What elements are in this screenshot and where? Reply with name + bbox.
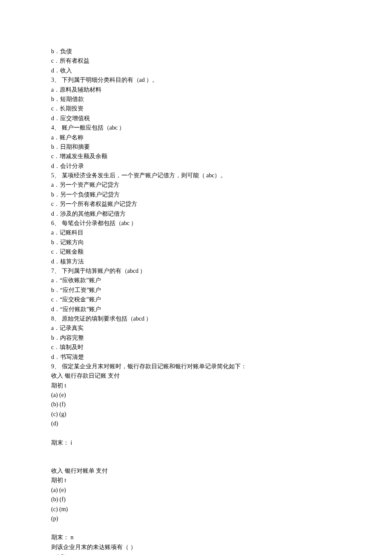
text-line: a．记账科目 — [51, 228, 341, 237]
text-line: d．“应付账款”账户 — [51, 305, 341, 314]
text-line: 9、 假定某企业月末对账时，银行存款日记账和银行对账单记录简化如下： — [51, 362, 341, 371]
text-line: 收入 银行存款日记账 支付 — [51, 371, 341, 381]
text-line: c．所有者权益 — [51, 56, 341, 66]
text-line: a．原料及辅助材料 — [51, 85, 341, 95]
text-line: 收入 银行对账单 支付 — [51, 466, 341, 476]
text-line: a．记录真实 — [51, 324, 341, 333]
text-line: 期末： n — [51, 533, 341, 542]
text-line: (d) — [51, 419, 341, 428]
text-line: d．会计分录 — [51, 162, 341, 171]
text-line: 期初 t — [51, 476, 341, 485]
text-line: (b) (f) — [51, 495, 341, 504]
text-line: a．“应收账款”账户 — [51, 276, 341, 285]
text-line: 7、 下列属于结算账户的有（abcd ） — [51, 266, 341, 276]
text-line: a．账户名称 — [51, 133, 341, 142]
document-content: b．负债c．所有者权益d．收入3、 下列属于明细分类科目的有（ad ）。a．原料… — [51, 47, 341, 555]
text-line: d．收入 — [51, 66, 341, 75]
text-line: d．涉及的其他账户都记借方 — [51, 209, 341, 219]
text-line: (p) — [51, 514, 341, 523]
text-line: b．日期和摘要 — [51, 142, 341, 152]
text-line: c．长期投资 — [51, 104, 341, 113]
text-line: b．短期借款 — [51, 95, 341, 104]
text-line: b．记账方向 — [51, 238, 341, 247]
text-line: 期初 t — [51, 381, 341, 390]
text-line: 3、 下列属于明细分类科目的有（ad ）。 — [51, 75, 341, 85]
text-line: a．另一个资产账户记贷方 — [51, 180, 341, 190]
text-line: b．另一个负债账户记贷方 — [51, 190, 341, 199]
text-line: 8、 原始凭证的填制要求包括（abcd ） — [51, 314, 341, 324]
text-line: d．核算方法 — [51, 257, 341, 266]
text-line — [51, 457, 341, 466]
text-line: a（d） — [51, 552, 341, 555]
text-line: c．记账金额 — [51, 247, 341, 257]
text-line: c．填制及时 — [51, 343, 341, 352]
text-line: 期末： i — [51, 438, 341, 448]
text-line: b．内容完整 — [51, 333, 341, 343]
text-line: d．应交增值税 — [51, 114, 341, 123]
text-line: (c) (g) — [51, 410, 341, 419]
text-line: (a) (e) — [51, 486, 341, 495]
text-line: b．“应付工资”账户 — [51, 286, 341, 295]
text-line — [51, 448, 341, 457]
text-line: c．另一个所有者权益账户记贷方 — [51, 199, 341, 209]
text-line: 则该企业月末的未达账项有（ ） — [51, 543, 341, 552]
text-line — [51, 523, 341, 533]
text-line: 5、 某项经济业务发生后，一个资产账户记借方，则可能（ abc）。 — [51, 171, 341, 180]
text-line — [51, 429, 341, 438]
text-line: 4、 账户一般应包括（abc ） — [51, 123, 341, 133]
text-line: b．负债 — [51, 47, 341, 56]
text-line: c．“应交税金”账户 — [51, 295, 341, 304]
text-line: c．增减发生额及余额 — [51, 152, 341, 161]
text-line: (c) (m) — [51, 505, 341, 514]
text-line: (b) (f) — [51, 400, 341, 409]
text-line: d．书写清楚 — [51, 353, 341, 362]
text-line: (a) (e) — [51, 390, 341, 400]
text-line: 6、 每笔会计分录都包括（abc ） — [51, 219, 341, 228]
